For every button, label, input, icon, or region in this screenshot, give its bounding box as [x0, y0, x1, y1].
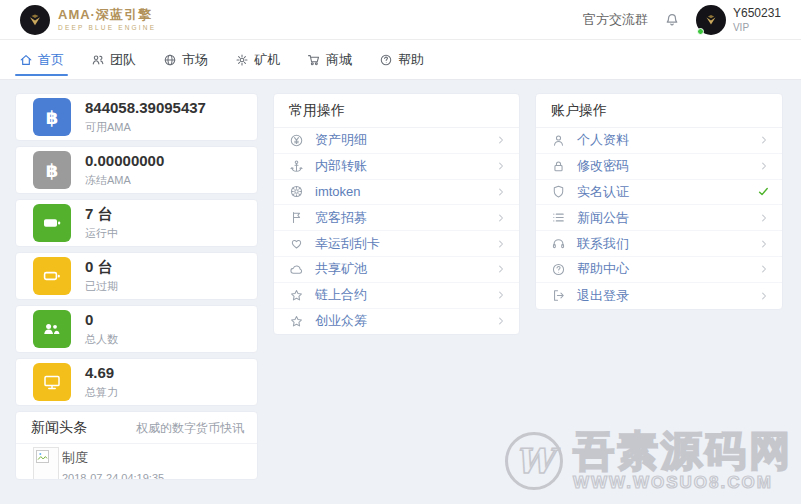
- op-internal-transfer[interactable]: 内部转账: [274, 154, 519, 180]
- stat-card-frozen: ฿ 0.00000000 冻结AMA: [15, 146, 258, 194]
- op-label: 宽客招募: [315, 209, 367, 227]
- nav-tab-label: 帮助: [398, 51, 424, 69]
- account-logout[interactable]: 退出登录: [536, 283, 782, 309]
- users-group-icon: [33, 310, 71, 348]
- bitcoin-icon: ฿: [33, 98, 71, 136]
- monitor-icon: [33, 363, 71, 401]
- battery-full-icon: [33, 204, 71, 242]
- running-count-value: 7 台: [85, 205, 118, 222]
- op-shared-pool[interactable]: 共享矿池: [274, 257, 519, 283]
- account-change-password[interactable]: 修改密码: [536, 154, 782, 180]
- account-kyc-verify[interactable]: 实名认证: [536, 180, 782, 206]
- expired-count-value: 0 台: [85, 258, 118, 275]
- op-quant-recruit[interactable]: 宽客招募: [274, 205, 519, 231]
- op-label: 修改密码: [577, 157, 629, 175]
- op-label: 退出登录: [577, 287, 629, 305]
- total-members-label: 总人数: [85, 332, 118, 347]
- home-icon: [19, 53, 33, 67]
- account-news-announcements[interactable]: 新闻公告: [536, 205, 782, 231]
- chevron-right-icon: [758, 212, 770, 224]
- nav-tab-miner[interactable]: 矿机: [235, 40, 280, 79]
- chevron-right-icon: [495, 186, 507, 198]
- account-contact-us[interactable]: 联系我们: [536, 231, 782, 257]
- user-account[interactable]: Y650231 VIP: [696, 5, 781, 35]
- person-icon: [551, 133, 566, 148]
- chevron-right-icon: [495, 160, 507, 172]
- op-label: 个人资料: [577, 131, 629, 149]
- nav-tab-label: 市场: [182, 51, 208, 69]
- chevron-right-icon: [758, 290, 770, 302]
- top-header: AMA·深蓝引擎 DEEP BLUE ENGINE 官方交流群 Y650231 …: [0, 0, 801, 40]
- check-icon: [757, 185, 770, 198]
- total-members-value: 0: [85, 311, 118, 328]
- news-list-item[interactable]: 制度 2018-07-24 04:19:35: [16, 444, 257, 480]
- op-asset-detail[interactable]: 资产明细: [274, 128, 519, 154]
- shield-icon: [551, 184, 566, 199]
- op-label: imtoken: [315, 184, 361, 199]
- total-hashrate-label: 总算力: [85, 385, 118, 400]
- team-icon: [91, 53, 105, 67]
- op-label: 联系我们: [577, 235, 629, 253]
- flag-icon: [289, 210, 304, 225]
- token-gear-icon: [289, 184, 304, 199]
- account-ops-card: 账户操作 个人资料 修改密码 实名认证 新闻公告: [535, 93, 783, 310]
- stat-card-running: 7 台 运行中: [15, 199, 258, 247]
- expired-count-label: 已过期: [85, 279, 118, 294]
- mall-cart-icon: [307, 53, 321, 67]
- available-balance-value: 844058.39095437: [85, 99, 206, 116]
- common-ops-title: 常用操作: [274, 94, 519, 128]
- bitcoin-icon: ฿: [33, 151, 71, 189]
- stat-card-hashrate: 4.69 总算力: [15, 358, 258, 406]
- nav-tab-help[interactable]: 帮助: [379, 40, 424, 79]
- anchor-icon: [289, 159, 304, 174]
- total-hashrate-value: 4.69: [85, 364, 118, 381]
- op-label: 共享矿池: [315, 260, 367, 278]
- notification-bell-icon[interactable]: [664, 12, 680, 28]
- op-label: 帮助中心: [577, 260, 629, 278]
- nav-tab-team[interactable]: 团队: [91, 40, 136, 79]
- account-help-center[interactable]: 帮助中心: [536, 257, 782, 283]
- logout-icon: [551, 288, 566, 303]
- chevron-right-icon: [495, 212, 507, 224]
- chevron-right-icon: [495, 289, 507, 301]
- app-subtitle: DEEP BLUE ENGINE: [58, 24, 156, 31]
- broken-image-icon: [33, 447, 59, 480]
- op-label: 链上合约: [315, 286, 367, 304]
- official-group-link[interactable]: 官方交流群: [583, 11, 648, 29]
- op-crowdfunding[interactable]: 创业众筹: [274, 309, 519, 335]
- market-globe-icon: [163, 53, 177, 67]
- news-item-title: 制度: [62, 449, 164, 467]
- frozen-balance-label: 冻结AMA: [85, 173, 164, 188]
- chevron-right-icon: [495, 134, 507, 146]
- stat-card-available: ฿ 844058.39095437 可用AMA: [15, 93, 258, 141]
- op-chain-contract[interactable]: 链上合约: [274, 283, 519, 309]
- op-label: 资产明细: [315, 131, 367, 149]
- op-label: 实名认证: [577, 183, 629, 201]
- op-lucky-scratch[interactable]: 幸运刮刮卡: [274, 231, 519, 257]
- chevron-right-icon: [758, 134, 770, 146]
- online-status-dot: [697, 28, 704, 35]
- list-icon: [551, 210, 566, 225]
- app-title: AMA·深蓝引擎: [58, 8, 156, 22]
- news-item-time: 2018-07-24 04:19:35: [62, 472, 164, 480]
- lock-icon: [551, 159, 566, 174]
- cloud-icon: [289, 262, 304, 277]
- common-ops-card: 常用操作 资产明细 内部转账 imtoken 宽客招募: [273, 93, 520, 335]
- op-label: 创业众筹: [315, 312, 367, 330]
- miner-gear-icon: [235, 53, 249, 67]
- op-label: 内部转账: [315, 157, 367, 175]
- account-ops-title: 账户操作: [536, 94, 782, 128]
- account-profile[interactable]: 个人资料: [536, 128, 782, 154]
- op-imtoken[interactable]: imtoken: [274, 180, 519, 206]
- nav-tab-market[interactable]: 市场: [163, 40, 208, 79]
- nav-tab-mall[interactable]: 商城: [307, 40, 352, 79]
- username: Y650231: [733, 6, 781, 20]
- chevron-right-icon: [758, 160, 770, 172]
- star-icon: [289, 288, 304, 303]
- main-nav: 首页 团队 市场 矿机 商城 帮助: [0, 40, 801, 80]
- headset-icon: [551, 236, 566, 251]
- chevron-right-icon: [495, 238, 507, 250]
- running-count-label: 运行中: [85, 226, 118, 241]
- nav-tab-home[interactable]: 首页: [19, 40, 64, 79]
- yen-circle-icon: [289, 133, 304, 148]
